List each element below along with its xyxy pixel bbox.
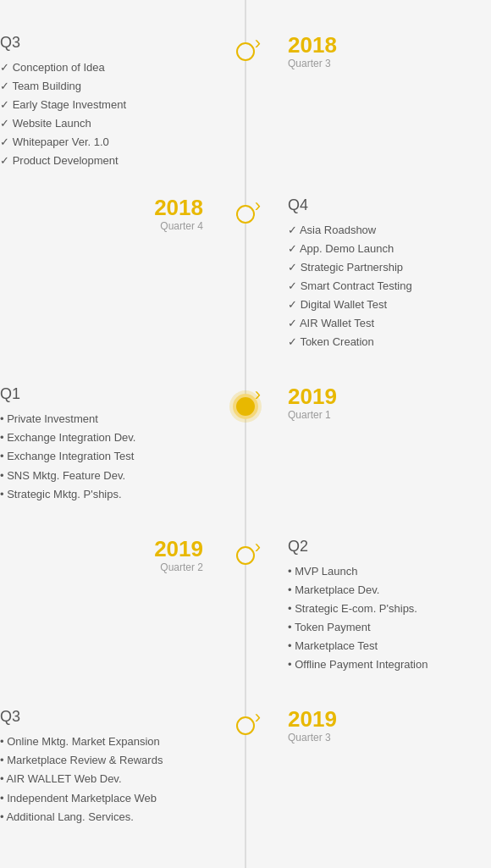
list-item: Exchange Integration Test (0, 447, 203, 466)
node-circle (236, 546, 255, 565)
q3-2019-list: Online Mktg. Market Expansion Marketplac… (0, 733, 203, 826)
q4-2018-title: Q4 (288, 196, 491, 214)
q3-2018-right: 2018 Quarter 3 (246, 34, 491, 69)
q3-2019-right: 2019 Quarter 3 (246, 708, 491, 744)
q1-2019-year: 2019 (288, 385, 491, 407)
q1-2019-right: 2019 Quarter 1 (246, 385, 491, 421)
chevron-right-icon: › (255, 34, 261, 53)
timeline-block-q3-2019: Q3 Online Mktg. Market Expansion Marketp… (0, 691, 491, 860)
q2-2019-left: 2019 Quarter 2 › (0, 538, 246, 573)
list-item: Marketplace Review & Rewards (0, 751, 203, 770)
timeline-block-q3-2018: Q3 Conception of Idea Team Building Earl… (0, 17, 491, 180)
q3-2019-quarter: Quarter 3 (288, 732, 491, 744)
q3-2018-quarter: Quarter 3 (288, 58, 491, 69)
list-item: Independent Marketplace Web (0, 789, 203, 808)
list-item: Strategic E-com. P'ships. (288, 600, 491, 618)
list-item: Marketplace Dev. (288, 581, 491, 600)
q4-2018-left: 2018 Quarter 4 › (0, 196, 246, 232)
list-item: Whitepaper Ver. 1.0 (0, 133, 203, 152)
list-item: Offline Payment Integration (288, 655, 491, 674)
q3-2018-year: 2018 (288, 34, 491, 56)
q1-2019-node (233, 394, 258, 419)
list-item: App. Demo Launch (288, 240, 491, 258)
q1-2019-left: Q1 Private Investment Exchange Integrati… (0, 385, 246, 503)
list-item: AIR Wallet Test (288, 314, 491, 333)
list-item: Early Stage Investment (0, 96, 203, 114)
q4-2018-quarter: Quarter 4 (0, 220, 203, 232)
q2-2019-title: Q2 (288, 538, 491, 556)
q4-2018-node (236, 205, 255, 224)
list-item: Marketplace Test (288, 637, 491, 655)
q3-2018-title: Q3 (0, 34, 203, 52)
node-circle (236, 716, 255, 735)
q3-2019-node (236, 716, 255, 735)
q3-2019-year: 2019 (288, 708, 491, 730)
list-item: Conception of Idea (0, 58, 203, 77)
list-item: Asia Roadshow (288, 221, 491, 240)
q2-2019-year: 2019 (0, 538, 203, 560)
q2-2019-list: MVP Launch Marketplace Dev. Strategic E-… (288, 562, 491, 675)
list-item: Strategic Mktg. P'ships. (0, 485, 203, 504)
timeline-block-q4-2018: 2018 Quarter 4 › Q4 Asia Roadshow App. D… (0, 180, 491, 369)
timeline-block-q2-2019: 2019 Quarter 2 › Q2 MVP Launch Marketpla… (0, 521, 491, 692)
q3-2018-list: Conception of Idea Team Building Early S… (0, 58, 203, 171)
q3-2018-node (236, 42, 255, 61)
list-item: SNS Mktg. Feature Dev. (0, 467, 203, 485)
list-item: Team Building (0, 77, 203, 96)
q1-2019-title: Q1 (0, 385, 203, 403)
q2-2019-right: Q2 MVP Launch Marketplace Dev. Strategic… (246, 538, 491, 675)
list-item: Token Payment (288, 618, 491, 637)
list-item: Token Creation (288, 333, 491, 351)
list-item: MVP Launch (288, 562, 491, 581)
q1-2019-list: Private Investment Exchange Integration … (0, 410, 203, 503)
list-item: AIR WALLET Web Dev. (0, 770, 203, 788)
q1-2019-quarter: Quarter 1 (288, 409, 491, 421)
q2-2019-quarter: Quarter 2 (0, 561, 203, 573)
q2-2019-node (236, 546, 255, 565)
q4-2018-year: 2018 (0, 196, 203, 218)
timeline-block-q1-2019: Q1 Private Investment Exchange Integrati… (0, 368, 491, 520)
list-item: Online Mktg. Market Expansion (0, 733, 203, 751)
list-item: Additional Lang. Services. (0, 808, 203, 827)
list-item: Smart Contract Testing (288, 277, 491, 296)
list-item: Private Investment (0, 410, 203, 428)
timeline-container: Q3 Conception of Idea Team Building Earl… (0, 0, 491, 868)
chevron-right-icon: › (255, 708, 261, 727)
list-item: Website Launch (0, 114, 203, 133)
list-item: Digital Wallet Test (288, 296, 491, 314)
node-circle-active (233, 394, 258, 419)
q4-2018-right: Q4 Asia Roadshow App. Demo Launch Strate… (246, 196, 491, 352)
chevron-right-icon: › (255, 196, 261, 215)
node-circle (236, 205, 255, 224)
q3-2019-left: Q3 Online Mktg. Market Expansion Marketp… (0, 708, 246, 826)
q4-2018-list: Asia Roadshow App. Demo Launch Strategic… (288, 221, 491, 352)
list-item: Strategic Partnership (288, 258, 491, 277)
q3-2019-title: Q3 (0, 708, 203, 726)
list-item: Product Development (0, 152, 203, 170)
q3-2018-left: Q3 Conception of Idea Team Building Earl… (0, 34, 246, 171)
chevron-right-icon: › (255, 538, 261, 556)
list-item: Exchange Integration Dev. (0, 428, 203, 447)
node-circle (236, 42, 255, 61)
